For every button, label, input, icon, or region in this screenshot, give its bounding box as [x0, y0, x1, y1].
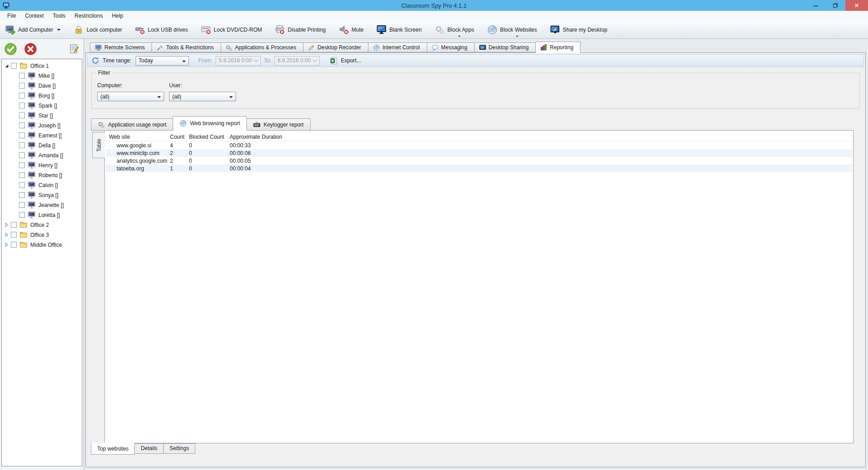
deselect-all-button[interactable] [24, 43, 37, 55]
collapse-icon[interactable] [4, 63, 9, 68]
menu-item-help[interactable]: Help [107, 11, 127, 20]
modify-list-icon[interactable] [69, 43, 79, 54]
report-tab-keylogger-report[interactable]: Keylogger report [246, 118, 311, 131]
user-filter-select[interactable]: (all) [169, 92, 236, 101]
column-header-approximate-duration[interactable]: Approximate Duration [230, 134, 852, 140]
checkbox[interactable] [19, 93, 25, 99]
checkbox[interactable] [11, 242, 17, 248]
tree-computer-henry[interactable]: Henry [] [2, 160, 82, 170]
tree-computer-label: Henry [] [38, 162, 57, 169]
time-range-select[interactable]: Today [136, 56, 189, 66]
table-row[interactable]: analytics.google.com2000:00:05 [106, 157, 852, 164]
refresh-icon[interactable] [91, 56, 99, 65]
bottom-tab-settings[interactable]: Settings [163, 443, 195, 454]
tree-computer-sonya[interactable]: Sonya [] [2, 190, 82, 200]
tab-tools-restrictions[interactable]: Tools & Restrictions [151, 42, 221, 52]
bottom-tab-top-websites[interactable]: Top websites [91, 443, 135, 455]
share-desktop-icon [550, 25, 560, 35]
checkbox[interactable] [19, 172, 25, 178]
checkbox[interactable] [19, 212, 25, 218]
gears-icon [226, 44, 232, 51]
close-button[interactable] [845, 0, 868, 11]
export-button[interactable]: Export... [330, 57, 361, 65]
tree-computer-della[interactable]: Della [] [2, 140, 82, 150]
tree-computer-roberto[interactable]: Roberto [] [2, 170, 82, 180]
tab-applications-processes[interactable]: Applications & Processes [221, 42, 303, 52]
toolbar-mute-button[interactable]: Mute [338, 24, 365, 36]
time-range-toolbar: Time range: Today From: 5.9.2016 0:00 To… [87, 54, 864, 67]
tab-messaging[interactable]: Messaging [427, 42, 475, 52]
checkbox[interactable] [19, 162, 25, 168]
bottom-tab-details[interactable]: Details [134, 443, 164, 454]
menu-item-tools[interactable]: Tools [48, 11, 70, 20]
report-tab-application-usage-report[interactable]: Application usage report [91, 118, 173, 131]
tab-reporting[interactable]: Reporting [535, 42, 580, 53]
table-row[interactable]: tatoeba.org1000:00:04 [106, 164, 852, 172]
checkbox[interactable] [19, 73, 25, 79]
checkbox[interactable] [19, 182, 25, 188]
checkbox[interactable] [19, 132, 25, 138]
minimize-button[interactable] [806, 0, 826, 11]
tree-computer-mike[interactable]: Mike [] [2, 70, 82, 80]
checkbox[interactable] [19, 142, 25, 148]
select-all-button[interactable] [5, 43, 17, 55]
column-header-count[interactable]: Count [170, 134, 189, 140]
checkbox[interactable] [19, 202, 25, 208]
toolbar-blank-screen-button[interactable]: Blank Screen [376, 24, 422, 36]
expand-icon[interactable] [4, 242, 9, 247]
tree-group-office-1[interactable]: Office 1 [2, 61, 82, 70]
checkbox[interactable] [19, 122, 25, 128]
menu-item-file[interactable]: File [3, 11, 20, 20]
toolbar-add-computer-button[interactable]: Add Computer [5, 24, 61, 36]
column-header-blocked-count[interactable]: Blocked Count [189, 134, 230, 140]
tree-computer-spark[interactable]: Spark [] [2, 100, 82, 110]
menu-item-restrictions[interactable]: Restrictions [70, 11, 108, 20]
checkbox[interactable] [19, 152, 25, 158]
table-row[interactable]: www.google.si4000:00:33 [106, 141, 852, 149]
toolbar-disable-printing-button[interactable]: Disable Printing [274, 24, 326, 36]
tree-computer-earnest[interactable]: Earnest [] [2, 130, 82, 140]
toolbar-block-websites-button[interactable]: Block Websites [486, 24, 538, 36]
tree-computer-jeanette[interactable]: Jeanette [] [2, 200, 82, 210]
report-table-container: Table Web siteCountBlocked CountApproxim… [104, 130, 854, 443]
tree-computer-borg[interactable]: Borg [] [2, 90, 82, 100]
tree-computer-dave[interactable]: Dave [] [2, 80, 82, 90]
sidebar-toolbar [0, 39, 84, 59]
tab-internet-control[interactable]: Internet Control [368, 42, 427, 52]
toolbar-lock-dvd-cd-rom-button[interactable]: Lock DVD/CD-ROM [200, 24, 263, 36]
checkbox[interactable] [11, 63, 17, 69]
tree-group-office-2[interactable]: Office 2 [2, 220, 82, 230]
tree-computer-loretta[interactable]: Loretta [] [2, 210, 82, 220]
restore-button[interactable] [826, 0, 845, 11]
toolbar-button-label: Disable Printing [288, 27, 326, 33]
from-date-select[interactable]: 5.9.2016 0:00 [216, 56, 261, 66]
tree-computer-joseph[interactable]: Joseph [] [2, 120, 82, 130]
tab-desktop-recorder[interactable]: Desktop Recorder [303, 42, 368, 52]
checkbox[interactable] [19, 113, 25, 118]
to-date-select[interactable]: 6.9.2016 0:00 [274, 56, 320, 66]
tree-computer-calvin[interactable]: Calvin [] [2, 180, 82, 190]
table-side-tab[interactable]: Table [92, 132, 105, 158]
toolbar-block-apps-button[interactable]: Block Apps [434, 24, 475, 36]
column-header-web-site[interactable]: Web site [109, 134, 170, 140]
report-tab-web-browsing-report[interactable]: Web browsing report [173, 116, 247, 131]
table-row[interactable]: www.miniclip.com2000:00:06 [106, 149, 852, 157]
tab-desktop-sharing[interactable]: Desktop Sharing [474, 42, 536, 52]
expand-icon[interactable] [4, 222, 9, 227]
tree-group-middle-office[interactable]: Middle Office [2, 240, 82, 249]
tree-computer-star[interactable]: Star [] [2, 110, 82, 120]
checkbox[interactable] [19, 192, 25, 198]
toolbar-lock-computer-button[interactable]: Lock computer [73, 24, 123, 36]
tree-computer-amanda[interactable]: Amanda [] [2, 150, 82, 160]
toolbar-share-my-desktop-button[interactable]: Share my Desktop [549, 24, 609, 36]
tree-group-office-3[interactable]: Office 3 [2, 230, 82, 240]
menu-item-context[interactable]: Context [20, 11, 48, 20]
checkbox[interactable] [19, 83, 25, 89]
checkbox[interactable] [19, 103, 25, 108]
checkbox[interactable] [11, 222, 17, 228]
checkbox[interactable] [11, 232, 17, 238]
tab-remote-screens[interactable]: Remote Screens [90, 42, 152, 52]
computer-filter-select[interactable]: (all) [97, 92, 164, 101]
toolbar-lock-usb-drives-button[interactable]: Lock USB drives [134, 24, 189, 36]
expand-icon[interactable] [4, 232, 9, 237]
